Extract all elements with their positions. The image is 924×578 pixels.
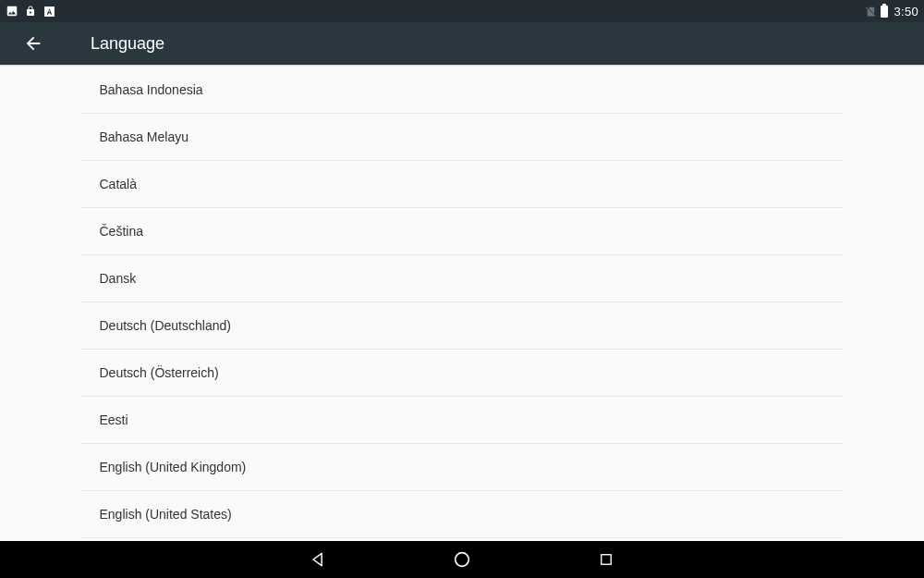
content-area[interactable]: Bahasa Indonesia Bahasa Melayu Català Če… (0, 67, 924, 541)
status-left (6, 5, 55, 18)
language-item[interactable]: Català (81, 161, 844, 208)
language-label: Deutsch (Deutschland) (100, 318, 231, 333)
language-label: English (United Kingdom) (100, 460, 247, 474)
language-label: Eesti (100, 412, 128, 427)
language-label: Deutsch (Österreich) (100, 365, 219, 380)
app-bar: Language (0, 22, 924, 65)
status-clock: 3:50 (894, 5, 918, 18)
nav-home-button[interactable] (445, 543, 479, 576)
svg-point-1 (456, 553, 469, 567)
language-label: Dansk (100, 271, 137, 286)
language-label: Bahasa Melayu (100, 129, 189, 144)
language-item[interactable]: Čeština (81, 208, 844, 255)
square-recent-icon (598, 551, 614, 568)
language-item[interactable]: Bahasa Indonesia (81, 67, 844, 114)
language-item[interactable]: Deutsch (Österreich) (81, 350, 844, 397)
language-item[interactable]: Bahasa Melayu (81, 114, 844, 161)
language-item[interactable]: Dansk (81, 255, 844, 302)
arrow-back-icon (23, 33, 43, 54)
nav-recent-button[interactable] (590, 543, 623, 576)
language-item[interactable]: English (United States) (81, 491, 844, 538)
navigation-bar (0, 541, 924, 578)
language-item[interactable]: Eesti (81, 397, 844, 444)
battery-icon (881, 6, 888, 18)
triangle-back-icon (309, 550, 327, 569)
status-right: 3:50 (864, 5, 918, 18)
language-label: English (United States) (100, 507, 232, 522)
back-button[interactable] (17, 27, 50, 60)
page-title: Language (91, 34, 164, 54)
lock-icon (24, 5, 37, 18)
language-item[interactable]: English (United Kingdom) (81, 444, 844, 491)
language-label: Čeština (100, 224, 143, 239)
no-sim-icon (864, 5, 877, 18)
svg-rect-0 (44, 6, 55, 17)
language-label: Català (100, 177, 137, 191)
nav-back-button[interactable] (301, 543, 334, 576)
status-bar: 3:50 (0, 0, 924, 22)
image-icon (6, 5, 18, 18)
language-item[interactable]: Deutsch (Deutschland) (81, 302, 844, 350)
app-icon (43, 5, 55, 18)
language-list: Bahasa Indonesia Bahasa Melayu Català Če… (81, 67, 844, 538)
svg-rect-2 (602, 555, 612, 565)
circle-home-icon (452, 549, 472, 570)
language-label: Bahasa Indonesia (100, 82, 203, 97)
